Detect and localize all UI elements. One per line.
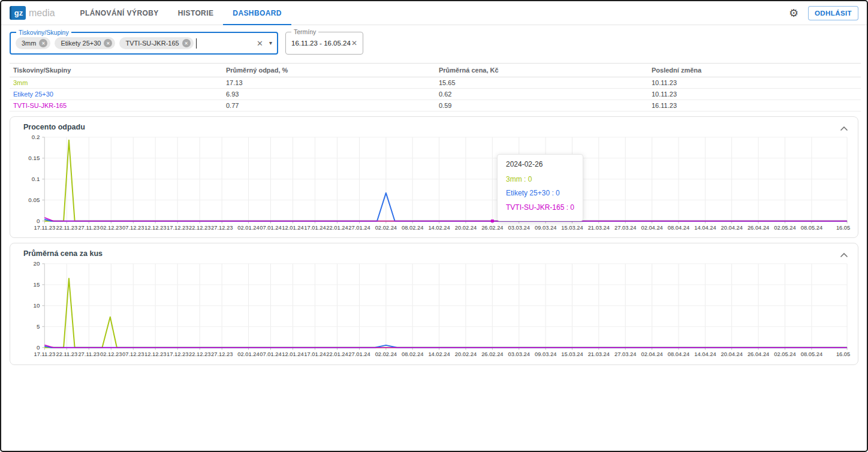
collapse-chevron-icon[interactable] <box>840 124 848 133</box>
svg-text:27.12.23: 27.12.23 <box>211 225 233 231</box>
svg-text:20.02.24: 20.02.24 <box>455 352 477 358</box>
stats-table-body: 3mm17.1315.6510.11.23Etikety 25+306.930.… <box>10 77 861 112</box>
odpad-cell: 17.13 <box>222 77 435 89</box>
top-navigation-bar: gz media PLÁNOVÁNÍ VÝROBY HISTORIE DASHB… <box>1 1 867 25</box>
clear-daterange-icon[interactable]: ✕ <box>351 40 357 47</box>
svg-text:17.01.24: 17.01.24 <box>304 225 326 231</box>
svg-text:15: 15 <box>34 282 40 288</box>
chip-remove-icon[interactable]: ✕ <box>182 39 191 47</box>
filter-chip[interactable]: 3mm✕ <box>16 37 50 49</box>
svg-text:02.02.24: 02.02.24 <box>375 352 397 358</box>
tooltip-item: 3mm : 0 <box>506 173 574 186</box>
tiskoviny-field-label: Tiskoviny/Skupiny <box>16 29 71 36</box>
svg-text:07.12.23: 07.12.23 <box>122 225 144 231</box>
svg-text:17.01.24: 17.01.24 <box>304 352 326 358</box>
svg-text:27.12.23: 27.12.23 <box>211 352 233 358</box>
chip-label: TVTI-SU-JKR-165 <box>125 40 179 47</box>
svg-text:08.05.24: 08.05.24 <box>801 352 822 358</box>
svg-text:08.05.24: 08.05.24 <box>801 225 822 231</box>
series-name-cell: 3mm <box>10 77 222 89</box>
col-header-tiskoviny: Tiskoviny/Skupiny <box>10 64 222 77</box>
svg-text:0: 0 <box>37 218 40 224</box>
col-header-cena: Průměrná cena, Kč <box>435 64 648 77</box>
tab-planovani-vyroby[interactable]: PLÁNOVÁNÍ VÝROBY <box>71 1 168 25</box>
svg-text:02.01.24: 02.01.24 <box>237 352 259 358</box>
chart-title: Průměrná cena za kus <box>17 249 851 258</box>
svg-text:12.12.23: 12.12.23 <box>144 225 166 231</box>
table-header-row: Tiskoviny/Skupiny Průměrný odpad, % Prům… <box>10 64 861 77</box>
dropdown-caret-icon[interactable]: ▾ <box>269 40 272 46</box>
svg-text:15.03.24: 15.03.24 <box>561 352 583 358</box>
filter-chip[interactable]: Etikety 25+30✕ <box>55 37 115 49</box>
svg-text:07.12.23: 07.12.23 <box>122 352 144 358</box>
filter-bar: Tiskoviny/Skupiny 3mm✕Etikety 25+30✕TVTI… <box>1 25 867 58</box>
logout-button[interactable]: ODHLÁSIT <box>808 6 858 20</box>
svg-text:21.03.24: 21.03.24 <box>588 225 610 231</box>
svg-text:27.03.24: 27.03.24 <box>614 225 636 231</box>
col-header-odpad: Průměrný odpad, % <box>222 64 435 77</box>
text-cursor <box>196 38 197 49</box>
tooltip-item: TVTI-SU-JKR-165 : 0 <box>506 201 574 215</box>
series-name-cell: Etikety 25+30 <box>10 89 222 100</box>
svg-text:09.03.24: 09.03.24 <box>535 225 556 231</box>
svg-text:0.15: 0.15 <box>28 155 40 161</box>
svg-text:17.12.23: 17.12.23 <box>167 352 188 358</box>
svg-text:03.03.24: 03.03.24 <box>508 225 530 231</box>
tiskoviny-multiselect[interactable]: Tiskoviny/Skupiny 3mm✕Etikety 25+30✕TVTI… <box>10 32 278 55</box>
odpad-cell: 0.77 <box>222 100 435 112</box>
svg-text:17.11.23: 17.11.23 <box>34 225 55 231</box>
svg-text:20: 20 <box>34 261 40 267</box>
svg-text:02.05.24: 02.05.24 <box>774 352 795 358</box>
svg-text:02.02.24: 02.02.24 <box>375 225 397 231</box>
svg-text:27.11.23: 27.11.23 <box>78 352 100 358</box>
terminy-field-label: Termíny <box>291 28 318 35</box>
svg-text:02.12.23: 02.12.23 <box>100 225 122 231</box>
svg-text:21.03.24: 21.03.24 <box>588 352 610 358</box>
svg-text:08.02.24: 08.02.24 <box>402 352 423 358</box>
svg-text:20.04.24: 20.04.24 <box>721 225 743 231</box>
svg-text:22.12.23: 22.12.23 <box>189 225 210 231</box>
odpad-cell: 6.93 <box>222 89 435 100</box>
chart-title: Procento odpadu <box>17 123 851 131</box>
terminy-value[interactable]: 16.11.23 - 16.05.24 <box>291 40 351 47</box>
procento-odpadu-chart[interactable]: 17.11.2322.11.2327.11.2302.12.2307.12.23… <box>17 134 851 235</box>
svg-text:22.01.24: 22.01.24 <box>326 225 348 231</box>
svg-text:02.12.23: 02.12.23 <box>100 352 122 358</box>
tab-dashboard[interactable]: DASHBOARD <box>223 1 291 25</box>
clear-selection-icon[interactable]: ✕ <box>257 40 263 47</box>
chip-remove-icon[interactable]: ✕ <box>104 39 112 47</box>
stats-table: Tiskoviny/Skupiny Průměrný odpad, % Prům… <box>10 63 861 112</box>
filter-chip[interactable]: TVTI-SU-JKR-165✕ <box>119 37 193 49</box>
svg-text:08.04.24: 08.04.24 <box>668 225 689 231</box>
settings-gear-icon[interactable]: ⚙ <box>789 8 798 19</box>
svg-text:27.03.24: 27.03.24 <box>614 352 636 358</box>
chips-container: 3mm✕Etikety 25+30✕TVTI-SU-JKR-165✕ <box>16 37 194 49</box>
svg-text:26.02.24: 26.02.24 <box>481 352 503 358</box>
zmena-cell: 10.11.23 <box>648 77 861 89</box>
terminy-daterange-field[interactable]: Termíny 16.11.23 - 16.05.24 ✕ <box>285 32 363 55</box>
tooltip-date: 2024-02-26 <box>506 160 574 168</box>
series-name-cell: TVTI-SU-JKR-165 <box>10 100 222 112</box>
svg-text:17.11.23: 17.11.23 <box>34 352 55 358</box>
svg-text:12.01.24: 12.01.24 <box>282 225 303 231</box>
svg-text:14.02.24: 14.02.24 <box>428 225 450 231</box>
svg-text:27.01.24: 27.01.24 <box>348 225 370 231</box>
svg-text:20.02.24: 20.02.24 <box>455 225 477 231</box>
svg-text:26.02.24: 26.02.24 <box>481 225 503 231</box>
svg-text:02.04.24: 02.04.24 <box>641 352 662 358</box>
collapse-chevron-icon[interactable] <box>840 251 848 260</box>
chart-tooltip: 2024-02-26 3mm : 0Etikety 25+30 : 0TVTI-… <box>497 154 583 221</box>
chip-remove-icon[interactable]: ✕ <box>39 39 47 47</box>
svg-text:12.01.24: 12.01.24 <box>282 352 303 358</box>
chip-label: 3mm <box>22 40 36 47</box>
svg-text:14.02.24: 14.02.24 <box>428 352 450 358</box>
svg-text:0.05: 0.05 <box>28 197 40 203</box>
prumerna-cena-chart[interactable]: 17.11.2322.11.2327.11.2302.12.2307.12.23… <box>17 260 851 361</box>
svg-text:07.01.24: 07.01.24 <box>260 225 281 231</box>
svg-text:03.03.24: 03.03.24 <box>508 352 530 358</box>
tab-historie[interactable]: HISTORIE <box>168 1 224 25</box>
table-row: Etikety 25+306.930.6210.11.23 <box>10 89 861 100</box>
svg-text:10: 10 <box>34 303 40 309</box>
svg-text:27.11.23: 27.11.23 <box>78 225 100 231</box>
svg-text:02.04.24: 02.04.24 <box>641 225 662 231</box>
